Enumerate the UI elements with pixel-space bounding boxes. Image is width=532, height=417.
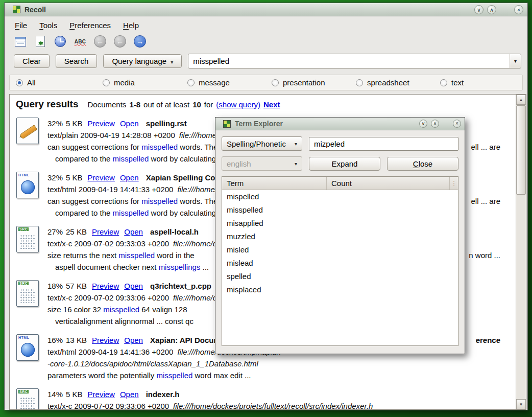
preview-link[interactable]: Preview	[92, 336, 119, 344]
title-continuation: erence	[476, 334, 500, 346]
dialog-close-button[interactable]: ×	[453, 120, 461, 128]
dialog-shade-button[interactable]: ∨	[419, 120, 427, 128]
clear-search-tool[interactable]	[13, 34, 28, 49]
preview-link[interactable]: Preview	[88, 173, 115, 182]
highlighted-term: misspelled	[141, 143, 178, 151]
term-row[interactable]: mispelled	[222, 190, 458, 203]
expand-mode-dropdown[interactable]: Spelling/Phonetic▾	[222, 136, 302, 151]
unshade-button[interactable]: ∧	[487, 5, 496, 14]
menu-help[interactable]: Help	[123, 21, 139, 30]
header-handle-icon: ⋮	[450, 180, 458, 187]
snippet-continuation: ell ... are	[471, 141, 500, 153]
mime-type: text/html	[47, 348, 77, 356]
update-index-tool[interactable]	[33, 34, 48, 49]
preview-link[interactable]: Preview	[92, 282, 119, 290]
radio-icon	[272, 79, 279, 86]
file-type-icon: SRC	[16, 388, 39, 409]
file-date: 2009-07-02 09:33:03 +0200	[75, 239, 170, 248]
filter-radio-spreadsheet[interactable]: spreadsheet	[356, 75, 409, 90]
open-link[interactable]: Open	[120, 390, 139, 399]
mime-type: text/x-c	[47, 293, 72, 302]
chevron-down-icon: ▾	[171, 59, 173, 65]
next-page-link[interactable]: Next	[263, 100, 280, 109]
term-row[interactable]: mislead	[222, 257, 458, 270]
open-link[interactable]: Open	[120, 119, 139, 128]
filter-radio-all[interactable]: All	[16, 75, 36, 90]
term-explorer-tool[interactable]: ABC	[72, 34, 88, 49]
term-row[interactable]: misspelled	[222, 203, 458, 217]
filter-radio-presentation[interactable]: presentation	[272, 75, 325, 90]
results-scrollbar[interactable]: ▲ ▼	[516, 95, 526, 409]
chevron-down-icon: ▾	[514, 58, 517, 64]
chevron-down-icon: ▾	[295, 141, 297, 147]
filter-radio-media[interactable]: media	[103, 75, 135, 90]
mime-type: text/x-c	[47, 402, 72, 409]
menu-tools[interactable]: Tools	[39, 21, 57, 30]
results-summary: Documents 1-8 out of at least 10 for (sh…	[88, 100, 280, 109]
scroll-down-button[interactable]: ▼	[516, 399, 526, 409]
result-url: file:///home/dockes/projets/fulltext/rec…	[173, 402, 373, 409]
file-date: 2009-04-19 14:28:08 +0200	[80, 131, 175, 140]
prev-page-tool[interactable]: ←	[112, 34, 128, 49]
term-input[interactable]	[309, 137, 458, 151]
filter-radio-message[interactable]: message	[187, 75, 230, 90]
combo-dropdown-button[interactable]: ▾	[510, 54, 521, 68]
open-link[interactable]: Open	[124, 227, 143, 236]
open-link[interactable]: Open	[124, 282, 143, 290]
open-link[interactable]: Open	[124, 336, 143, 344]
query-mode-dropdown[interactable]: Query language▾	[103, 54, 182, 68]
snippet-continuation: ell ... are	[471, 195, 500, 207]
term-row[interactable]: misapplied	[222, 217, 458, 230]
file-type-badge: SRC	[18, 390, 29, 393]
close-button[interactable]: ×	[514, 5, 523, 14]
menu-preferences[interactable]: Preferences	[69, 21, 111, 30]
file-size: 25 KB	[66, 227, 87, 236]
history-tool[interactable]	[53, 34, 68, 49]
filter-radio-text[interactable]: text	[440, 75, 464, 90]
snippets: parameters word the potentially misspell…	[47, 369, 516, 381]
preview-link[interactable]: Preview	[88, 119, 115, 128]
query-input[interactable]	[188, 54, 510, 68]
file-type-badge: SRC	[18, 227, 29, 231]
result-headline: 14%5 KBPreviewOpenindexer.h	[47, 388, 516, 400]
scroll-up-button[interactable]: ▲	[516, 95, 526, 105]
file-type-badge: HTML	[18, 336, 29, 339]
term-row[interactable]: misled	[222, 243, 458, 257]
recoll-main-window: Recoll ∨ ∧ × File Tools Preferences Help…	[4, 3, 528, 410]
results-header: Query results Documents 1-8 out of at le…	[15, 98, 516, 114]
first-page-tool[interactable]: ←	[92, 34, 108, 49]
clear-button[interactable]: Clear	[14, 54, 50, 68]
term-row[interactable]: misplaced	[222, 283, 458, 296]
radio-icon	[187, 79, 195, 86]
shade-button[interactable]: ∨	[474, 5, 483, 14]
dialog-unshade-button[interactable]: ∧	[431, 120, 439, 128]
preview-link[interactable]: Preview	[88, 390, 115, 399]
term-column-header[interactable]: Term	[222, 177, 327, 190]
next-page-tool[interactable]: →	[132, 34, 148, 49]
result-meta: text/x-c 2009-07-02 09:33:06 +0200file:/…	[47, 400, 516, 409]
preview-link[interactable]: Preview	[92, 227, 119, 236]
expand-button[interactable]: Expand	[309, 157, 380, 171]
dialog-close-action-button[interactable]: Close	[387, 157, 458, 171]
result-title: spelling.rst	[146, 119, 187, 128]
menu-bar: File Tools Preferences Help	[5, 16, 527, 32]
highlighted-term: misspellings	[159, 263, 201, 271]
search-button[interactable]: Search	[56, 54, 98, 68]
radio-icon	[16, 79, 23, 86]
forward-arrow-icon: →	[134, 35, 146, 48]
highlighted-term: misspelled	[113, 208, 149, 217]
term-table-header[interactable]: Term Count ⋮	[222, 177, 458, 190]
open-link[interactable]: Open	[120, 173, 139, 182]
term-row[interactable]: spelled	[222, 270, 458, 283]
count-column-header[interactable]: Count	[327, 177, 450, 190]
file-date: 2009-04-19 14:41:33 +0200	[79, 185, 174, 194]
term-row[interactable]: muzzled	[222, 230, 458, 243]
mime-type: text/x-c	[47, 239, 72, 248]
show-query-link[interactable]: (show query)	[216, 100, 260, 109]
title-bar[interactable]: Recoll ∨ ∧ ×	[5, 3, 527, 16]
dialog-title-bar[interactable]: Term Explorer ∨ ∧ ×	[215, 118, 465, 130]
radio-icon	[103, 79, 110, 86]
menu-file[interactable]: File	[15, 21, 27, 30]
scrollbar-thumb[interactable]	[516, 105, 526, 195]
file-date: 2009-07-02 09:33:06 +0200	[75, 402, 170, 409]
